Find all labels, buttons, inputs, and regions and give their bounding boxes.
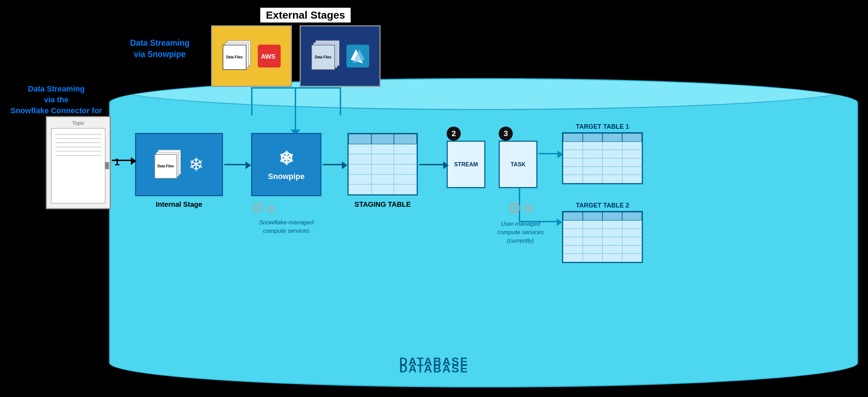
gear-group-user: ⚙ ⚙ [489, 199, 552, 218]
aws-icon: AWS [258, 45, 281, 68]
t2-grid [562, 211, 643, 263]
badge-1-ext: 1 [385, 49, 391, 60]
internal-stage-box: Data Files ❄ [135, 133, 223, 196]
badge-3: 3 [499, 127, 513, 141]
snowpipe-top-label: Data Streaming via Snowpipe [130, 37, 190, 60]
compute-user-label: User-managedcompute services(currently) [489, 220, 552, 245]
compute-user-group: ⚙ ⚙ User-managedcompute services(current… [489, 199, 552, 245]
gear-icon-3: ⚙ [508, 199, 522, 218]
task-box: TASK [499, 141, 537, 188]
gear-group-managed: ⚙ ⚙ [251, 200, 321, 216]
internal-data-files: Data Files [154, 150, 184, 180]
kafka-connector [105, 162, 109, 169]
kafka-inner [51, 128, 106, 204]
kafka-arrow-head [131, 157, 136, 165]
external-stages-label: External Stages [260, 8, 351, 23]
arrow-sp-to-st-head [342, 161, 347, 169]
azure-icon [346, 45, 369, 68]
gear-icon-2: ⚙ [266, 203, 276, 216]
compute-managed-label: Snowflake-managed compute services [251, 218, 321, 235]
badge-2: 2 [447, 127, 461, 141]
gear-icon-1: ⚙ [251, 199, 264, 216]
arrow-st-to-stream-head [443, 161, 449, 169]
stream-box: STREAM [447, 141, 485, 188]
aws-data-files: Data Files [223, 40, 254, 72]
kafka-box: Topic [46, 116, 111, 209]
target-table-2: TARGET TABLE 2 [562, 202, 643, 263]
internal-stage-snowflake-icon: ❄ [189, 154, 204, 175]
snowpipe-snowflake-icon: ❄ [279, 148, 294, 169]
compute-managed-group: ⚙ ⚙ Snowflake-managed compute services [251, 200, 321, 235]
azure-data-files: Data Files [311, 40, 343, 72]
badge-1-kafka: 1 [114, 156, 120, 168]
internal-stage-label: Internal Stage [135, 200, 223, 209]
arrow-aws-down [251, 87, 253, 115]
staging-table-label: STAGING TABLE [347, 200, 418, 209]
aws-stage-box: Data Files AWS [211, 25, 292, 87]
database-ellipse [109, 78, 858, 388]
kafka-lines [55, 134, 101, 159]
arrow-to-t1-head [557, 151, 563, 158]
db-label-bottom: DATABASE [0, 355, 868, 368]
main-container: External Stages Data Files AWS Data File… [0, 0, 868, 397]
t1-grid [562, 132, 643, 184]
gear-icon-4: ⚙ [523, 201, 534, 218]
kafka-label: Kafka [46, 214, 111, 225]
staging-table [347, 133, 418, 196]
target-table-1: TARGET TABLE 1 [562, 123, 643, 184]
azure-stage-box: Data Files [300, 25, 381, 87]
kafka-topic-label: Topic [72, 120, 84, 126]
snowpipe-box: ❄ Snowpipe [251, 133, 321, 196]
arrow-azure-down [340, 87, 341, 115]
arrow-to-t2-head [557, 218, 562, 226]
svg-text:AWS: AWS [261, 53, 275, 60]
arrow-is-to-sp-head [245, 161, 251, 169]
arrow-main-down [295, 87, 296, 135]
staging-table-grid [347, 133, 418, 196]
